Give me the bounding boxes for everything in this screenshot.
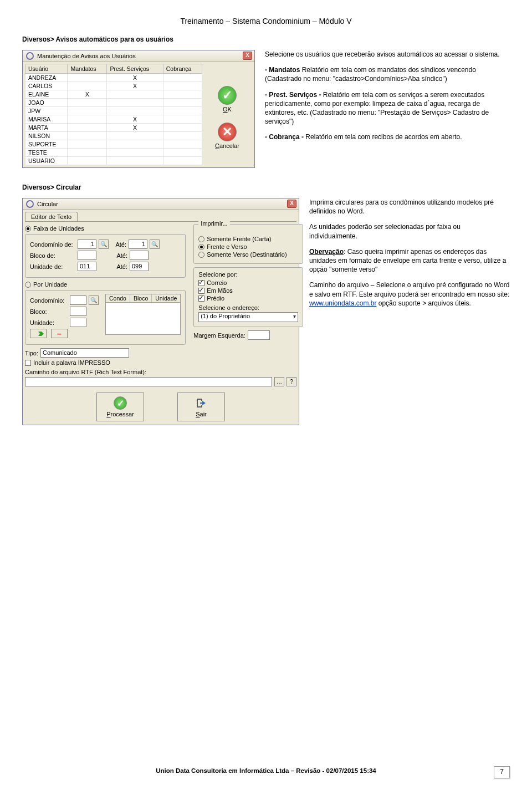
col-prest[interactable]: Prest. Serviços xyxy=(107,64,163,74)
tab-editor[interactable]: Editor de Texto xyxy=(25,212,78,221)
table-row[interactable]: TESTE xyxy=(25,149,202,157)
cell-usuario: ANDREZA xyxy=(25,74,68,82)
ok-label: O xyxy=(223,106,228,113)
lookup-icon[interactable]: 🔍 xyxy=(99,240,109,249)
tipo-input[interactable]: Comunicado xyxy=(40,348,129,358)
radio-empty-icon xyxy=(198,236,204,242)
table-row[interactable]: NILSON xyxy=(25,132,202,140)
table-row[interactable]: ANDREZAX xyxy=(25,74,202,82)
caminho-label: Caminho do arquivo RTF (Rich Text Format… xyxy=(25,369,146,375)
dialog-circular: Circular X Editor de Texto Faixa de Unid… xyxy=(22,198,299,425)
selecione-endereco-label: Selecione o endereço: xyxy=(198,304,298,311)
table-row[interactable]: JPW xyxy=(25,107,202,115)
bloco-de-label: Bloco de: xyxy=(30,252,75,259)
table-row[interactable]: USUARIO xyxy=(25,157,202,165)
cell-usuario: SUPORTE xyxy=(25,140,68,149)
cell-mandatos xyxy=(68,99,107,107)
cell-usuario: JPW xyxy=(25,107,68,115)
cell-usuario: TESTE xyxy=(25,149,68,157)
bloco-de-input[interactable] xyxy=(78,251,96,260)
margem-input[interactable] xyxy=(248,330,270,340)
cancel-label: Cancelar xyxy=(215,142,239,149)
cell-prest xyxy=(107,90,163,99)
document-page: Treinamento – Sistema Condominium – Módu… xyxy=(0,0,532,787)
cell-prest: X xyxy=(107,74,163,82)
section1-breadcrumb: Diversos> Avisos automáticos para os usu… xyxy=(22,35,510,43)
add-green-button[interactable] xyxy=(30,329,47,338)
unidade-input[interactable] xyxy=(70,318,86,327)
faixa-radio[interactable]: Faixa de Unidades xyxy=(25,225,186,232)
cell-prest xyxy=(107,132,163,140)
cell-cobranca xyxy=(163,149,202,157)
dialog-avisos-title: Manutenção de Avisos aos Usuários xyxy=(37,53,136,59)
cell-mandatos xyxy=(68,140,107,149)
cell-mandatos xyxy=(68,107,107,115)
table-row[interactable]: SUPORTE xyxy=(25,140,202,149)
cell-mandatos xyxy=(68,132,107,140)
caminho-input[interactable] xyxy=(25,377,272,386)
ok-button[interactable]: ✓ OK xyxy=(206,86,249,113)
col-mandatos[interactable]: Mandatos xyxy=(68,64,107,74)
cond-ate-input[interactable]: 1 xyxy=(129,240,147,249)
col-usuario[interactable]: Usuário xyxy=(25,64,68,74)
opt-frente[interactable]: Somente Frente (Carta) xyxy=(198,236,298,242)
checkbox-checked-icon xyxy=(198,295,204,302)
table-row[interactable]: MARISAX xyxy=(25,115,202,124)
radio-selected-icon xyxy=(198,244,204,250)
mini-table-body[interactable] xyxy=(105,303,181,335)
bloco-input[interactable] xyxy=(70,307,86,316)
s1-p3: - Prest. Serviços - Relatório em tela co… xyxy=(265,90,510,126)
page-number: 7 xyxy=(494,766,510,778)
s1-p2: - Mandatos Relatório em tela com os mand… xyxy=(265,65,510,83)
cell-prest: X xyxy=(107,82,163,90)
unid-ate-input[interactable]: 099 xyxy=(130,262,149,271)
cell-mandatos xyxy=(68,82,107,90)
table-row[interactable]: MARTAX xyxy=(25,124,202,132)
cancel-button[interactable]: ✕ Cancelar xyxy=(206,123,249,149)
s2-p1: Imprima circulares para os condôminos ut… xyxy=(309,198,510,216)
cb-predio[interactable]: Prédio xyxy=(198,295,298,302)
opt-frente-verso[interactable]: Frente e Verso xyxy=(198,243,298,250)
lookup-icon[interactable]: 🔍 xyxy=(89,295,99,305)
cell-usuario: CARLOS xyxy=(25,82,68,90)
cell-cobranca xyxy=(163,124,202,132)
doc-footer: Union Data Consultoria em Informática Lt… xyxy=(0,767,532,774)
incluir-checkbox[interactable]: Incluir a palavra IMPRESSO xyxy=(25,359,186,366)
circular-right-col: Imprimir... Somente Frente (Carta) Frent… xyxy=(193,224,303,368)
unid-de-input[interactable]: 011 xyxy=(78,262,96,271)
cb-correio[interactable]: Correio xyxy=(198,279,298,286)
table-row[interactable]: JOAO xyxy=(25,99,202,107)
close-icon[interactable]: X xyxy=(287,200,296,208)
close-icon[interactable]: X xyxy=(243,52,252,60)
cell-usuario: NILSON xyxy=(25,132,68,140)
endereco-select[interactable]: (1) do Proprietário xyxy=(198,312,298,322)
cell-usuario: USUARIO xyxy=(25,157,68,165)
bloco-ate-input[interactable] xyxy=(130,251,149,260)
cell-mandatos: X xyxy=(68,90,107,99)
circular-left-col: Faixa de Unidades Condomínio de: 1 🔍 Até… xyxy=(25,224,186,368)
porunidade-radio[interactable]: Por Unidade xyxy=(25,281,186,288)
s2-p2: As unidades poderão ser selecionadas por… xyxy=(309,222,510,240)
cb-emmaos[interactable]: Em Mãos xyxy=(198,287,298,294)
help-button[interactable]: ? xyxy=(287,377,296,386)
table-row[interactable]: CARLOSX xyxy=(25,82,202,90)
table-row[interactable]: ELAINEX xyxy=(25,90,202,99)
uniondata-link[interactable]: www.uniondata.com.br xyxy=(309,299,376,307)
sair-button[interactable]: Sair xyxy=(177,393,225,421)
browse-button[interactable]: … xyxy=(274,377,284,386)
col-cobranca[interactable]: Cobrança xyxy=(163,64,202,74)
lookup-icon[interactable]: 🔍 xyxy=(150,240,160,249)
mini-table-header: Condo Bloco Unidade xyxy=(105,294,181,303)
processar-button[interactable]: ✓ Processar xyxy=(96,393,144,421)
condominio-input[interactable] xyxy=(70,295,86,305)
section2-row: Circular X Editor de Texto Faixa de Unid… xyxy=(22,198,510,425)
check-icon: ✓ xyxy=(218,86,237,105)
cond-de-input[interactable]: 1 xyxy=(78,240,96,249)
remove-red-button[interactable]: – xyxy=(51,329,68,338)
cell-prest xyxy=(107,107,163,115)
minus-icon: – xyxy=(57,329,62,338)
cell-prest xyxy=(107,157,163,165)
radio-empty-icon xyxy=(198,252,204,258)
opt-verso[interactable]: Somente Verso (Destinatário) xyxy=(198,251,298,258)
margem-label: Margem Esquerda: xyxy=(193,332,245,339)
